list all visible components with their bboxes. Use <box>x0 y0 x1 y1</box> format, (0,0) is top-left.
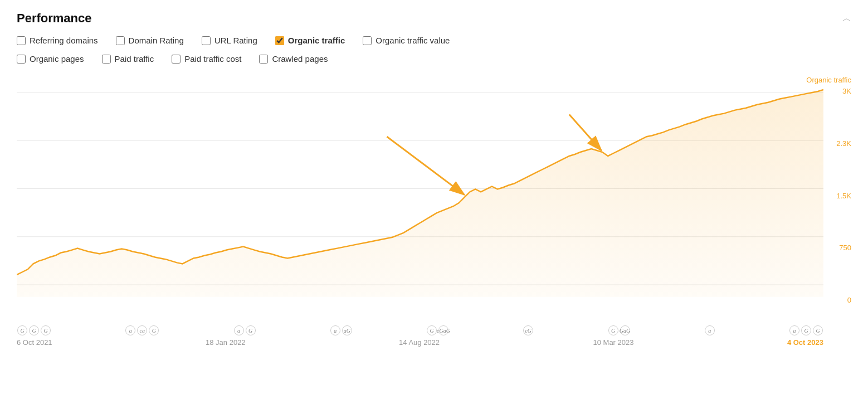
x-tick-oct2021: 6 Oct 2021 <box>17 338 52 347</box>
google-icon: G <box>41 325 51 335</box>
algorithm-icon: a <box>705 325 715 335</box>
checkbox-organic-pages-input[interactable] <box>17 55 26 64</box>
google-icon-group-4: a aG <box>330 325 353 335</box>
checkbox-referring-domains-input[interactable] <box>17 36 26 45</box>
chart-y-label: Organic traffic <box>806 76 851 84</box>
google-icon: G <box>246 325 256 335</box>
google-icon-group-3: a G <box>233 325 256 335</box>
checkbox-crawled-pages-input[interactable] <box>259 55 268 64</box>
x-tick-aug2022: 14 Aug 2022 <box>399 338 440 347</box>
google-icon: cGaG <box>438 325 448 335</box>
google-icon: GaG <box>620 325 630 335</box>
google-icon: G <box>608 325 618 335</box>
chart-svg <box>17 87 823 324</box>
checkbox-paid-traffic[interactable]: Paid traffic <box>102 54 154 64</box>
checkboxes-row-2: Organic pages Paid traffic Paid traffic … <box>17 54 851 69</box>
checkbox-crawled-pages[interactable]: Crawled pages <box>259 54 328 64</box>
google-icon-group-5: G cGaG <box>426 325 449 335</box>
y-tick-0: 0 <box>847 296 851 304</box>
x-tick-oct2023: 4 Oct 2023 <box>787 338 823 347</box>
y-tick-1.5k: 1.5K <box>836 192 851 200</box>
google-icon-group-1: G G G <box>17 325 51 335</box>
chart-container: Organic traffic <box>17 75 851 347</box>
google-icons-row: G G G a ca G a G a aG G cGaG cG G GaG a <box>17 324 851 335</box>
y-axis: 3K 2.3K 1.5K 750 0 <box>823 87 851 304</box>
checkbox-paid-traffic-cost-input[interactable] <box>172 55 181 64</box>
checkbox-paid-traffic-cost[interactable]: Paid traffic cost <box>172 54 241 64</box>
svg-line-6 <box>569 115 602 150</box>
checkbox-paid-traffic-label: Paid traffic <box>115 54 154 64</box>
page-title: Performance <box>17 11 92 26</box>
checkbox-url-rating-input[interactable] <box>202 36 211 45</box>
checkbox-domain-rating-label: Domain Rating <box>129 36 184 45</box>
checkbox-referring-domains[interactable]: Referring domains <box>17 36 98 45</box>
checkbox-paid-traffic-cost-label: Paid traffic cost <box>184 54 241 64</box>
y-tick-2.3k: 2.3K <box>836 139 851 148</box>
checkboxes-row-1: Referring domains Domain Rating URL Rati… <box>17 36 851 51</box>
checkbox-organic-traffic-value-input[interactable] <box>363 36 372 45</box>
google-icon: G <box>427 325 437 335</box>
checkbox-url-rating[interactable]: URL Rating <box>202 36 257 45</box>
x-tick-mar2023: 10 Mar 2023 <box>593 338 633 347</box>
checkbox-organic-traffic-value-label: Organic traffic value <box>376 36 450 45</box>
google-icon: G <box>149 325 159 335</box>
checkbox-organic-pages[interactable]: Organic pages <box>17 54 84 64</box>
collapse-icon[interactable]: ︿ <box>842 13 851 25</box>
google-icon: G <box>813 325 823 335</box>
algorithm-icon: a <box>234 325 244 335</box>
chart-area: 3K 2.3K 1.5K 750 0 <box>17 87 851 324</box>
google-icon-group-9: a G G <box>789 325 823 335</box>
checkbox-url-rating-label: URL Rating <box>214 36 257 45</box>
checkbox-organic-traffic-label: Organic traffic <box>288 36 345 45</box>
y-tick-750: 750 <box>839 244 851 252</box>
x-axis: 6 Oct 2021 18 Jan 2022 14 Aug 2022 10 Ma… <box>17 335 851 347</box>
google-icon: G <box>29 325 39 335</box>
checkbox-organic-traffic[interactable]: Organic traffic <box>275 36 345 45</box>
google-icon-group-2: a ca G <box>125 325 159 335</box>
chart-area-fill <box>17 90 823 297</box>
google-icon: G <box>17 325 27 335</box>
algorithm-icon: cG <box>523 325 533 335</box>
algorithm-icon: aG <box>342 325 352 335</box>
checkbox-organic-pages-label: Organic pages <box>30 54 84 64</box>
arrow-annotation-1 <box>387 137 464 194</box>
google-icon: G <box>801 325 811 335</box>
checkbox-domain-rating[interactable]: Domain Rating <box>116 36 184 45</box>
algorithm-icon: ca <box>137 325 147 335</box>
checkbox-paid-traffic-input[interactable] <box>102 55 111 64</box>
checkbox-organic-traffic-input[interactable] <box>275 36 284 45</box>
algorithm-icon: a <box>789 325 799 335</box>
arrow-annotation-2 <box>569 115 602 150</box>
algorithm-icon: a <box>125 325 135 335</box>
checkbox-domain-rating-input[interactable] <box>116 36 125 45</box>
performance-header: Performance ︿ <box>17 11 851 26</box>
y-tick-3k: 3K <box>842 87 851 95</box>
checkbox-referring-domains-label: Referring domains <box>30 36 98 45</box>
checkbox-crawled-pages-label: Crawled pages <box>272 54 328 64</box>
x-tick-jan2022: 18 Jan 2022 <box>206 338 246 347</box>
algorithm-icon: a <box>330 325 340 335</box>
svg-line-5 <box>387 137 464 194</box>
checkbox-organic-traffic-value[interactable]: Organic traffic value <box>363 36 450 45</box>
google-icon-group-6: cG <box>523 325 534 335</box>
google-icon-group-7: G GaG <box>608 325 631 335</box>
google-icon-group-8: a <box>704 325 715 335</box>
